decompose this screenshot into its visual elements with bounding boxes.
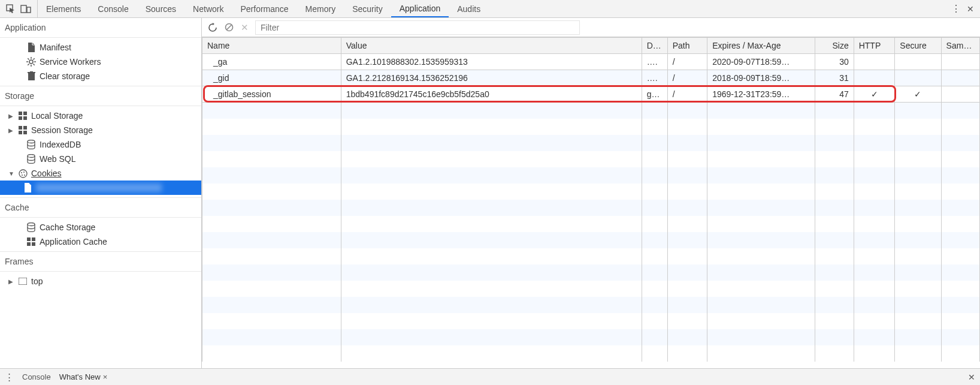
sidebar-item-clear-storage[interactable]: Clear storage bbox=[0, 69, 201, 83]
svg-rect-16 bbox=[19, 126, 22, 130]
sidebar-item-label: Clear storage bbox=[40, 71, 90, 81]
col-header[interactable]: D… bbox=[642, 38, 667, 54]
svg-rect-30 bbox=[27, 242, 31, 246]
sidebar-item-cookie-origin[interactable] bbox=[0, 181, 201, 195]
tab-memory[interactable]: Memory bbox=[297, 0, 344, 17]
cookies-table-wrap: NameValueD…PathExpires / Max-AgeSizeHTTP… bbox=[202, 37, 980, 368]
sidebar-item-label bbox=[36, 184, 162, 192]
sidebar-section-application: Application bbox=[0, 18, 201, 38]
table-cell: …. bbox=[642, 54, 667, 70]
table-row-empty bbox=[202, 151, 980, 167]
table-cell: / bbox=[667, 70, 707, 86]
table-cell bbox=[895, 70, 941, 86]
cookie-icon bbox=[18, 169, 28, 178]
block-icon[interactable] bbox=[225, 23, 234, 32]
svg-rect-15 bbox=[23, 116, 27, 120]
table-cell: / bbox=[667, 86, 707, 103]
col-header[interactable]: Path bbox=[667, 38, 707, 54]
table-cell: 31 bbox=[815, 70, 854, 86]
chevron-icon: ▶ bbox=[8, 113, 14, 119]
col-header[interactable]: Expires / Max-Age bbox=[707, 38, 815, 54]
sidebar-item-local-storage[interactable]: ▶Local Storage bbox=[0, 109, 201, 123]
col-header[interactable]: Size bbox=[815, 38, 854, 54]
svg-rect-29 bbox=[32, 237, 35, 241]
gear-icon bbox=[26, 57, 36, 67]
table-cell: 47 bbox=[815, 86, 854, 103]
table-cell: ✓ bbox=[895, 86, 941, 103]
top-right-controls: ⋮ ✕ bbox=[945, 3, 980, 14]
sidebar-item-manifest[interactable]: Manifest bbox=[0, 40, 201, 55]
drawer-close-icon[interactable]: ✕ bbox=[968, 372, 975, 382]
table-cell: 30 bbox=[815, 54, 854, 70]
svg-rect-1 bbox=[21, 5, 26, 13]
table-cell bbox=[941, 86, 979, 103]
sidebar-item-label: Application Cache bbox=[40, 237, 107, 246]
sidebar-item-session-storage[interactable]: ▶Session Storage bbox=[0, 123, 201, 137]
svg-rect-18 bbox=[19, 131, 22, 134]
grid-icon bbox=[18, 126, 28, 134]
tab-audits[interactable]: Audits bbox=[449, 0, 489, 17]
table-row[interactable]: _gaGA1.2.1019888302.1535959313…./2020-09… bbox=[202, 54, 980, 70]
table-row-empty bbox=[202, 167, 980, 184]
sidebar-item-label: Cookies bbox=[31, 169, 62, 178]
sidebar-item-top[interactable]: ▶top bbox=[0, 274, 201, 288]
svg-point-25 bbox=[24, 175, 25, 176]
col-header[interactable]: Secure bbox=[895, 38, 941, 54]
svg-line-10 bbox=[28, 64, 29, 65]
drawer-tab-console[interactable]: Console bbox=[22, 372, 51, 381]
trash-icon bbox=[26, 71, 36, 81]
sidebar-item-service-workers[interactable]: Service Workers bbox=[0, 55, 201, 69]
svg-line-8 bbox=[28, 58, 29, 59]
table-row[interactable]: _gidGA1.2.2128169134.1536252196…./2018-0… bbox=[202, 70, 980, 86]
svg-point-24 bbox=[23, 172, 25, 173]
tab-elements[interactable]: Elements bbox=[38, 0, 89, 17]
table-cell: GA1.2.2128169134.1536252196 bbox=[341, 70, 642, 86]
sidebar-item-cookies[interactable]: ▼Cookies bbox=[0, 166, 201, 181]
sidebar-item-web-sql[interactable]: Web SQL bbox=[0, 152, 201, 166]
col-header[interactable]: Same… bbox=[941, 38, 979, 54]
cookies-table: NameValueD…PathExpires / Max-AgeSizeHTTP… bbox=[202, 37, 980, 362]
table-row-empty bbox=[202, 184, 980, 200]
drawer-more-icon[interactable]: ⋮ bbox=[5, 372, 14, 383]
sidebar-item-indexeddb[interactable]: IndexedDB bbox=[0, 137, 201, 152]
refresh-icon[interactable] bbox=[208, 23, 217, 32]
more-icon[interactable]: ⋮ bbox=[951, 3, 961, 14]
tab-security[interactable]: Security bbox=[344, 0, 391, 17]
drawer-tab-close-icon[interactable]: × bbox=[103, 372, 108, 381]
file-icon bbox=[23, 183, 32, 192]
grid-icon bbox=[18, 112, 28, 120]
device-toggle-icon[interactable] bbox=[20, 4, 31, 14]
table-cell: GA1.2.1019888302.1535959313 bbox=[341, 54, 642, 70]
sidebar-section-cache: Cache bbox=[0, 197, 201, 218]
tab-network[interactable]: Network bbox=[184, 0, 232, 17]
inspect-icon[interactable] bbox=[6, 4, 16, 14]
chevron-icon: ▶ bbox=[8, 278, 14, 285]
svg-point-23 bbox=[21, 172, 22, 173]
close-devtools-icon[interactable]: ✕ bbox=[967, 4, 974, 14]
col-header[interactable]: Name bbox=[202, 38, 341, 54]
clear-icon[interactable]: ✕ bbox=[241, 22, 249, 33]
tab-sources[interactable]: Sources bbox=[137, 0, 184, 17]
tab-performance[interactable]: Performance bbox=[232, 0, 297, 17]
table-row[interactable]: _gitlab_session1bdb491fc89d21745c16e9cb5… bbox=[202, 86, 980, 103]
table-row-empty bbox=[202, 232, 980, 248]
sidebar-item-application-cache[interactable]: Application Cache bbox=[0, 234, 201, 249]
svg-point-20 bbox=[28, 140, 35, 143]
col-header[interactable]: Value bbox=[341, 38, 642, 54]
col-header[interactable]: HTTP bbox=[854, 38, 895, 54]
filter-input[interactable] bbox=[256, 21, 579, 34]
sidebar-item-cache-storage[interactable]: Cache Storage bbox=[0, 220, 201, 234]
table-cell: g… bbox=[642, 86, 667, 103]
table-cell: 2020-09-07T18:59… bbox=[707, 54, 815, 70]
drawer-bar: ⋮ Console What's New × ✕ bbox=[0, 368, 980, 385]
drawer-tab-whatsnew[interactable]: What's New bbox=[59, 372, 101, 381]
tab-console[interactable]: Console bbox=[89, 0, 137, 17]
svg-rect-31 bbox=[32, 242, 35, 246]
tab-application[interactable]: Application bbox=[391, 0, 449, 17]
table-row-empty bbox=[202, 281, 980, 297]
table-cell: _gitlab_session bbox=[202, 86, 341, 103]
grid-icon bbox=[26, 237, 36, 246]
table-row-empty bbox=[202, 297, 980, 313]
svg-point-27 bbox=[28, 223, 35, 226]
sidebar-item-label: Manifest bbox=[40, 43, 71, 52]
